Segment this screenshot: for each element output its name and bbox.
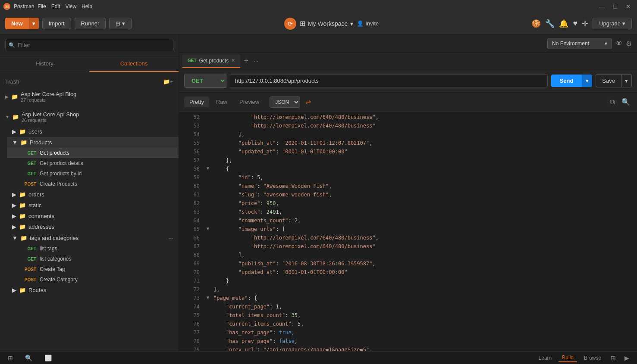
folder-tags[interactable]: ▼ 📁 tags and categories ···	[7, 232, 179, 243]
close-button[interactable]: ✕	[623, 3, 634, 10]
statusbar-left: ⊞ 🔍 ⬜	[5, 354, 54, 362]
new-dropdown-button[interactable]: ▾	[29, 18, 39, 29]
request-bar: GET POST PUT DELETE PATCH Send ▾ Save ▾	[179, 69, 637, 93]
folder-orders[interactable]: ▶ 📁 orders	[7, 189, 179, 200]
minimize-button[interactable]: —	[596, 3, 608, 10]
pretty-tab[interactable]: Pretty	[184, 96, 209, 107]
save-button[interactable]: Save	[596, 74, 621, 87]
tags-requests: GET list tags GET list categories POST C…	[7, 243, 179, 285]
heart-icon[interactable]: ♥	[573, 19, 577, 28]
upgrade-button[interactable]: Upgrade ▾	[593, 18, 632, 29]
send-button[interactable]: Send	[551, 75, 582, 87]
layout-button[interactable]: ⊞ ▾	[109, 18, 132, 29]
method-select[interactable]: GET POST PUT DELETE PATCH	[184, 74, 226, 88]
caret-right-icon: ▶	[12, 128, 16, 135]
layout-status-icon[interactable]: ⊞	[608, 354, 618, 362]
plus-icon[interactable]: ✛	[582, 19, 588, 28]
copy-button[interactable]: ⧉	[608, 96, 616, 108]
more-button[interactable]: ···	[168, 234, 173, 241]
menu-edit[interactable]: Edit	[51, 3, 60, 9]
folder-icon: 📁	[19, 287, 26, 293]
menu-help[interactable]: Help	[82, 3, 92, 9]
format-select[interactable]: JSON XML HTML Text	[270, 96, 300, 108]
bell-icon[interactable]: 🔔	[559, 19, 568, 28]
caret-down-icon: ▼	[12, 235, 18, 241]
folder-addresses[interactable]: ▶ 📁 addresses	[7, 221, 179, 232]
collection-blog-header[interactable]: ▶ 📁 Asp Net Core Api Blog 27 requests	[0, 87, 179, 106]
products-requests: GET Get products GET Get product details…	[7, 148, 179, 189]
settings-button[interactable]: ⚙	[626, 40, 632, 48]
format-icon[interactable]: ⇌	[302, 96, 314, 108]
request-get-products-by-id[interactable]: GET Get products by id	[7, 168, 179, 179]
json-line-76: 76 "current_items_count": 5,	[179, 320, 637, 329]
browse-button[interactable]: Browse	[581, 354, 605, 362]
request-list-tags[interactable]: GET list tags	[7, 243, 179, 254]
history-tab[interactable]: History	[0, 56, 89, 72]
request-get-products-label: Get products	[40, 150, 69, 156]
new-button[interactable]: New	[5, 18, 29, 29]
titlebar: ✉ Postman File Edit View Help — □ ✕	[0, 0, 637, 13]
console-icon[interactable]: ⬜	[42, 354, 54, 362]
app-name: Postman	[14, 3, 34, 9]
filter-input[interactable]	[5, 39, 173, 51]
send-dropdown-button[interactable]: ▾	[582, 75, 592, 87]
request-get-product-details[interactable]: GET Get product details	[7, 158, 179, 168]
grid-icon[interactable]: ⊞	[5, 354, 16, 362]
import-button[interactable]: Import	[42, 18, 71, 29]
request-create-tag[interactable]: POST Create Tag	[7, 264, 179, 274]
method-post-badge: POST	[21, 267, 36, 272]
collection-blog-count: 27 requests	[21, 97, 76, 103]
request-tab[interactable]: GET Get products ✕	[182, 54, 240, 68]
sidebar: 🔍 History Collections Trash 📁+ ▶ 📁 Asp N…	[0, 34, 179, 351]
workspace-selector[interactable]: ⊞ My Workspace ▾	[300, 19, 353, 28]
preview-tab[interactable]: Preview	[234, 96, 264, 107]
request-create-category[interactable]: POST Create Category	[7, 274, 179, 285]
method-post-badge: POST	[21, 182, 36, 187]
trash-item[interactable]: Trash 📁+	[0, 76, 179, 87]
folder-comments[interactable]: ▶ 📁 comments	[7, 211, 179, 221]
env-eye-button[interactable]: 👁	[615, 40, 622, 47]
new-tab-button[interactable]: +	[241, 56, 251, 65]
url-input[interactable]	[230, 74, 548, 87]
method-get-badge: GET	[21, 246, 36, 251]
json-line-57: 57 },	[179, 156, 637, 165]
menu-bar: File Edit View Help	[38, 3, 92, 9]
folder-users[interactable]: ▶ 📁 users	[7, 126, 179, 137]
menu-view[interactable]: View	[65, 3, 76, 9]
search-status-icon[interactable]: 🔍	[22, 354, 35, 362]
json-viewer: 52 "http://lorempixel.com/640/480/busine…	[179, 112, 637, 351]
runner-button[interactable]: Runner	[75, 18, 106, 29]
wrench-icon[interactable]: 🔧	[545, 19, 555, 28]
search-response-button[interactable]: 🔍	[620, 96, 632, 108]
folder-icon: 📁	[19, 213, 26, 219]
json-line-64: 64 "comments_count": 2,	[179, 217, 637, 225]
tabs-more-button[interactable]: ···	[251, 58, 261, 65]
runner-status-icon[interactable]: ▶	[622, 354, 632, 362]
request-list-categories[interactable]: GET list categories	[7, 254, 179, 264]
collection-shop-header[interactable]: ▼ 📁 Asp Net Core Api Shop 26 requests	[0, 108, 179, 126]
learn-button[interactable]: Learn	[535, 354, 555, 362]
tab-close-button[interactable]: ✕	[231, 58, 235, 63]
toolbar-center: ⟳ ⊞ My Workspace ▾ 👤 Invite	[135, 18, 528, 30]
caret-right-icon: ▶	[12, 224, 16, 230]
sync-icon[interactable]: ⟳	[284, 18, 296, 30]
cookie-icon[interactable]: 🍪	[531, 19, 541, 28]
build-button[interactable]: Build	[559, 354, 577, 362]
environment-selector[interactable]: No Environment ▾	[547, 38, 612, 49]
folder-static[interactable]: ▶ 📁 static	[7, 200, 179, 211]
maximize-button[interactable]: □	[611, 3, 620, 10]
menu-file[interactable]: File	[38, 3, 46, 9]
request-get-products[interactable]: GET Get products	[7, 148, 179, 158]
json-line-56: 56 "updated_at": "0001-01-01T00:00:00"	[179, 148, 637, 156]
request-post-create-products[interactable]: POST Create Products	[7, 179, 179, 189]
save-dropdown-button[interactable]: ▾	[621, 74, 632, 87]
request-create-category-label: Create Category	[40, 277, 78, 283]
json-line-55: 55 "publish_at": "2020-01-11T01:12:07.80…	[179, 139, 637, 148]
folder-products[interactable]: ▼ 📁 Products ···	[7, 137, 179, 148]
response-area: Pretty Raw Preview JSON XML HTML Text ⇌ …	[179, 93, 637, 351]
invite-button[interactable]: 👤 Invite	[357, 20, 379, 27]
trash-icon: 📁+	[163, 78, 173, 85]
folder-routes[interactable]: ▶ 📁 Routes	[7, 285, 179, 296]
raw-tab[interactable]: Raw	[211, 96, 232, 107]
collections-tab[interactable]: Collections	[89, 56, 179, 72]
